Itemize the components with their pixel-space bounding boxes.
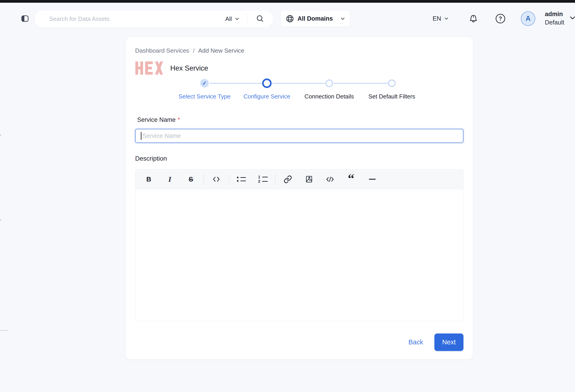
link-button[interactable]	[281, 173, 295, 186]
help-button[interactable]: ?	[496, 14, 505, 23]
sidebar-toggle-button[interactable]	[20, 14, 30, 24]
required-marker: *	[178, 116, 180, 123]
step-label-set-default-filters[interactable]: Set Default Filters	[368, 93, 415, 100]
bold-button[interactable]: B	[142, 173, 156, 186]
italic-icon: I	[168, 175, 171, 184]
image-button[interactable]	[302, 173, 316, 186]
service-name-field-wrap	[135, 129, 463, 143]
strikethrough-button[interactable]: S	[184, 173, 198, 186]
breadcrumb: Dashboard Services / Add New Service	[135, 47, 244, 54]
user-menu[interactable]: admin Default	[545, 10, 564, 27]
browser-top-strip	[0, 0, 575, 3]
step-circle-select-service-type[interactable]: ✓	[200, 79, 209, 88]
user-role: Default	[545, 18, 564, 27]
hex-service-logo	[135, 61, 163, 75]
left-edge-tick	[0, 135, 1, 136]
wizard-actions: Back Next	[407, 334, 463, 351]
search-input[interactable]	[49, 15, 225, 23]
horizontal-rule-button[interactable]	[365, 173, 379, 186]
service-name-label-text: Service Name	[137, 116, 176, 123]
text-caret	[141, 132, 142, 140]
language-label: EN	[432, 15, 441, 22]
sidebar-panel-icon	[21, 15, 29, 23]
bold-icon: B	[146, 175, 151, 183]
breadcrumb-separator: /	[193, 47, 194, 54]
stepper-connector	[272, 83, 325, 84]
bulleted-list-button[interactable]	[235, 173, 248, 186]
domains-label: All Domains	[297, 15, 337, 22]
blockquote-icon: “	[348, 176, 354, 182]
search-divider	[248, 14, 248, 24]
back-button[interactable]: Back	[407, 338, 425, 346]
blockquote-button[interactable]: “	[344, 173, 358, 186]
left-edge-divider	[0, 330, 8, 331]
step-label-connection-details[interactable]: Connection Details	[305, 93, 354, 100]
step-circle-connection-details[interactable]	[325, 79, 333, 87]
horizontal-rule-icon	[369, 179, 376, 180]
code-block-icon	[326, 175, 334, 184]
page-title: Hex Service	[170, 64, 208, 72]
notifications-button[interactable]	[468, 13, 479, 24]
chevron-down-icon	[340, 16, 345, 21]
italic-button[interactable]: I	[163, 173, 177, 186]
global-search-bar: All	[34, 10, 273, 28]
user-avatar[interactable]: A	[521, 11, 535, 26]
service-name-input[interactable]	[135, 129, 463, 143]
bell-icon	[468, 14, 479, 24]
chevron-down-icon	[444, 16, 449, 21]
add-service-card: Dashboard Services / Add New Service	[125, 37, 473, 360]
step-label-select-service-type[interactable]: Select Service Type	[178, 93, 230, 100]
globe-icon	[286, 15, 294, 23]
strikethrough-icon: S	[189, 175, 193, 183]
left-edge-tick	[0, 219, 1, 221]
breadcrumb-dashboard-services[interactable]: Dashboard Services	[135, 47, 189, 54]
numbered-list-button[interactable]: 1 2	[256, 173, 270, 186]
step-circle-set-default-filters[interactable]	[388, 79, 396, 87]
code-block-button[interactable]	[323, 173, 337, 186]
bulleted-list-icon	[237, 177, 246, 182]
numbered-list-icon: 1 2	[257, 176, 268, 183]
stepper-connector	[210, 83, 262, 84]
numbered-list-digit: 1	[257, 176, 260, 178]
inline-code-button[interactable]	[209, 173, 223, 186]
search-icon	[256, 15, 264, 23]
user-name: admin	[545, 10, 564, 18]
search-submit-button[interactable]	[256, 15, 264, 23]
user-menu-chevron-icon	[569, 15, 575, 21]
language-selector[interactable]: EN	[432, 13, 449, 24]
inline-code-icon	[212, 175, 220, 183]
image-icon	[305, 175, 313, 183]
app-screen: All All Domains EN	[0, 0, 575, 392]
chevron-down-icon	[235, 17, 240, 21]
domains-dropdown[interactable]: All Domains	[281, 10, 350, 27]
service-name-label: Service Name*	[137, 116, 180, 123]
description-label: Description	[135, 155, 167, 162]
description-editor-content[interactable]	[135, 189, 463, 321]
question-mark-icon: ?	[499, 16, 502, 21]
search-scope-dropdown[interactable]: All	[225, 15, 240, 23]
toolbar-divider	[203, 174, 204, 184]
toolbar-divider	[275, 174, 275, 184]
step-circle-configure-service[interactable]	[262, 78, 272, 88]
step-label-configure-service[interactable]: Configure Service	[243, 93, 290, 100]
toolbar-divider	[229, 174, 229, 184]
search-scope-label: All	[225, 15, 232, 23]
avatar-initial: A	[526, 15, 530, 23]
stepper-connector	[334, 83, 388, 84]
check-icon: ✓	[202, 80, 207, 86]
editor-toolbar: B I S 1	[135, 169, 463, 189]
description-editor: B I S 1	[135, 169, 463, 321]
breadcrumb-add-new-service: Add New Service	[198, 47, 244, 54]
numbered-list-digit: 2	[257, 180, 260, 183]
next-button[interactable]: Next	[434, 334, 463, 351]
link-icon	[284, 175, 292, 184]
